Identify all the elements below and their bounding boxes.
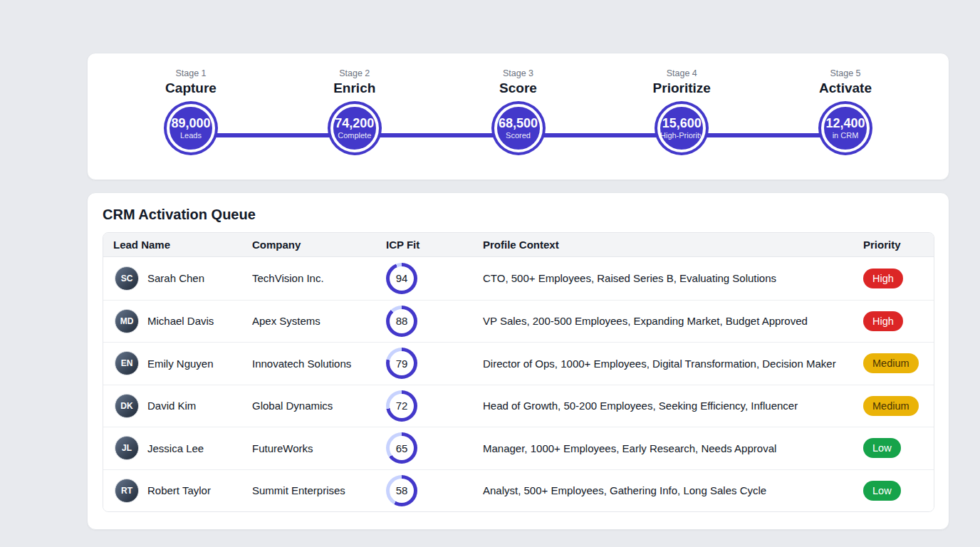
lead-cell: DK David Kim: [103, 394, 242, 418]
icp-fit-cell: 72: [376, 390, 473, 422]
company-cell: Summit Enterprises: [242, 484, 376, 496]
icp-fit-ring: 94: [386, 263, 417, 294]
table-row[interactable]: EN Emily Nguyen Innovatech Solutions 79 …: [103, 342, 934, 385]
table-row[interactable]: RT Robert Taylor Summit Enterprises 58 A…: [103, 469, 934, 512]
stage-value: 15,600: [662, 116, 702, 130]
lead-name: Sarah Chen: [147, 272, 204, 284]
lead-cell: MD Michael Davis: [103, 309, 242, 333]
priority-cell: Medium: [853, 396, 934, 416]
profile-context: VP Sales, 200-500 Employees, Expanding M…: [473, 315, 853, 327]
lead-name: Jessica Lee: [147, 442, 204, 454]
icp-fit-ring: 72: [386, 390, 417, 422]
funnel-stages: Stage 1 Capture 89,000 Leads Stage 2 Enr…: [88, 53, 949, 152]
lead-cell: JL Jessica Lee: [103, 436, 242, 460]
lead-name: Michael Davis: [147, 315, 214, 327]
lead-name: David Kim: [147, 400, 196, 412]
pipeline-funnel-card: Stage 1 Capture 89,000 Leads Stage 2 Enr…: [87, 53, 949, 180]
lead-cell: RT Robert Taylor: [103, 479, 242, 503]
lead-cell: EN Emily Nguyen: [103, 351, 242, 375]
stage-circle: 12,400 in CRM: [821, 104, 870, 152]
profile-context: Director of Ops, 1000+ Employees, Digita…: [473, 358, 853, 370]
funnel-stage: Stage 4 Prioritize 15,600 High-Priority: [627, 68, 736, 152]
stage-circle: 89,000 Leads: [167, 104, 215, 152]
page-title: CRM Activation Queue: [103, 207, 949, 223]
stage-circle: 74,200 Complete: [330, 104, 379, 152]
icp-fit-ring: 65: [386, 432, 417, 464]
funnel-stage: Stage 3 Score 68,500 Scored: [464, 68, 573, 152]
priority-badge: High: [863, 269, 903, 288]
icp-fit-score: 79: [390, 351, 414, 375]
column-header-icp-fit: ICP Fit: [376, 239, 473, 251]
stage-circle: 15,600 High-Priority: [657, 104, 706, 152]
leads-table: Lead Name Company ICP Fit Profile Contex…: [103, 232, 934, 512]
icp-fit-score: 88: [390, 309, 414, 333]
stage-name: Activate: [819, 79, 872, 98]
priority-cell: Low: [853, 481, 934, 501]
stage-label: Stage 4: [667, 68, 697, 79]
profile-context: CTO, 500+ Employees, Raised Series B, Ev…: [473, 272, 853, 284]
stage-name: Prioritize: [653, 79, 711, 98]
priority-cell: High: [853, 311, 934, 331]
priority-cell: High: [853, 269, 934, 288]
stage-label: Stage 1: [175, 68, 206, 79]
company-cell: Global Dynamics: [242, 400, 376, 412]
stage-sublabel: High-Priority: [660, 130, 704, 140]
stage-name: Capture: [165, 79, 217, 98]
icp-fit-ring: 79: [386, 348, 417, 379]
table-row[interactable]: JL Jessica Lee FutureWorks 65 Manager, 1…: [103, 427, 934, 469]
stage-name: Score: [499, 79, 537, 98]
icp-fit-cell: 58: [376, 475, 473, 506]
avatar: JL: [115, 436, 139, 460]
icp-fit-cell: 65: [376, 432, 473, 464]
stage-name: Enrich: [333, 79, 375, 98]
icp-fit-score: 65: [390, 436, 414, 460]
table-body: SC Sarah Chen TechVision Inc. 94 CTO, 50…: [103, 257, 934, 511]
avatar: MD: [115, 309, 139, 333]
avatar: SC: [115, 266, 139, 291]
lead-name: Robert Taylor: [147, 484, 211, 496]
icp-fit-ring: 58: [386, 475, 417, 506]
funnel-stage: Stage 5 Activate 12,400 in CRM: [791, 68, 900, 152]
column-header-lead-name: Lead Name: [103, 239, 242, 251]
table-row[interactable]: SC Sarah Chen TechVision Inc. 94 CTO, 50…: [103, 257, 934, 300]
company-cell: TechVision Inc.: [242, 272, 376, 284]
company-cell: FutureWorks: [242, 442, 376, 454]
company-cell: Apex Systems: [242, 315, 376, 327]
lead-name: Emily Nguyen: [147, 358, 214, 370]
icp-fit-score: 72: [390, 394, 414, 418]
priority-badge: High: [863, 311, 903, 331]
stage-circle: 68,500 Scored: [494, 104, 543, 152]
avatar: DK: [115, 394, 139, 418]
column-header-priority: Priority: [853, 239, 934, 251]
profile-context: Manager, 1000+ Employees, Early Research…: [473, 442, 853, 454]
stage-label: Stage 5: [830, 68, 860, 79]
icp-fit-cell: 79: [376, 348, 473, 379]
priority-badge: Low: [863, 481, 901, 501]
table-row[interactable]: DK David Kim Global Dynamics 72 Head of …: [103, 385, 934, 427]
icp-fit-score: 94: [390, 266, 414, 291]
stage-sublabel: Complete: [338, 130, 371, 140]
company-cell: Innovatech Solutions: [242, 358, 376, 370]
icp-fit-score: 58: [390, 479, 414, 503]
profile-context: Analyst, 500+ Employees, Gathering Info,…: [473, 484, 853, 496]
stage-value: 68,500: [499, 116, 538, 130]
icp-fit-ring: 88: [386, 306, 417, 337]
avatar: EN: [115, 351, 139, 375]
priority-badge: Medium: [863, 353, 919, 373]
column-header-company: Company: [242, 239, 376, 251]
stage-value: 12,400: [825, 116, 865, 130]
table-header: Lead Name Company ICP Fit Profile Contex…: [103, 233, 934, 257]
icp-fit-cell: 94: [376, 263, 473, 294]
stage-sublabel: Scored: [506, 130, 531, 140]
stage-label: Stage 3: [503, 68, 533, 79]
priority-cell: Low: [853, 438, 934, 458]
column-header-profile-context: Profile Context: [473, 239, 853, 251]
avatar: RT: [115, 479, 139, 503]
table-row[interactable]: MD Michael Davis Apex Systems 88 VP Sale…: [103, 300, 934, 343]
priority-cell: Medium: [853, 353, 934, 373]
crm-activation-queue-card: CRM Activation Queue Lead Name Company I…: [87, 192, 949, 530]
priority-badge: Medium: [863, 396, 919, 416]
profile-context: Head of Growth, 50-200 Employees, Seekin…: [473, 400, 853, 412]
stage-value: 74,200: [335, 116, 374, 130]
funnel-stage: Stage 2 Enrich 74,200 Complete: [301, 68, 409, 152]
